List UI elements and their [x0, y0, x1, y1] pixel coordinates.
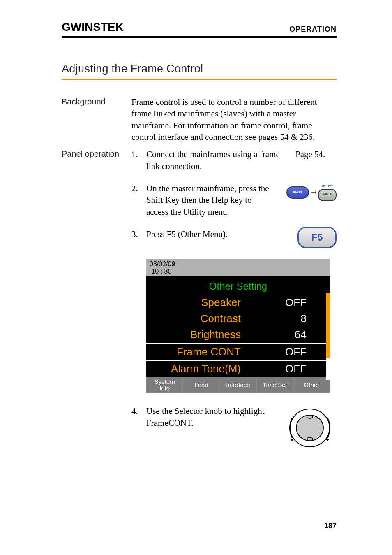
key-link-icon: ⊣: [311, 188, 316, 197]
svg-point-3: [307, 437, 313, 441]
lcd-value: 64: [257, 327, 307, 342]
step-number: 2.: [131, 183, 146, 218]
lcd-value: OFF: [257, 345, 307, 359]
lcd-key: Alarm Tone(M): [146, 362, 257, 376]
page-number: 187: [324, 522, 337, 530]
lcd-screenshot: 03/02/09 10 : 30 Other Setting SpeakerOF…: [146, 259, 330, 393]
lcd-menu-item: Load: [183, 377, 219, 393]
background-text: Frame control is used to control a numbe…: [131, 96, 337, 143]
lcd-key: Speaker: [146, 295, 257, 310]
step-text: Use the Selector knob to highlight Frame…: [146, 405, 275, 451]
header-section: OPERATION: [289, 25, 337, 34]
lcd-value: OFF: [257, 362, 307, 376]
svg-point-1: [296, 415, 323, 441]
shift-key-icon: SHIFT: [286, 186, 309, 199]
lcd-key: Brightness: [146, 327, 257, 342]
step-number: 1.: [131, 149, 146, 172]
lcd-menu-item: Interface: [220, 377, 256, 393]
lcd-value: 8: [257, 311, 307, 326]
help-key-icon: HELP: [318, 189, 337, 201]
lcd-time: 10 : 30: [150, 268, 327, 275]
step-number: 3.: [131, 228, 146, 248]
lcd-menu-item: Time Set: [256, 377, 293, 393]
lcd-key: Contrast: [146, 311, 257, 326]
f5-key-icon: F5: [297, 227, 337, 248]
brand-logo: GWINSTEK: [62, 21, 124, 34]
utility-label: UTILITY: [322, 184, 332, 188]
step-page-ref: Page 54.: [295, 149, 337, 172]
panel-operation-label: Panel operation: [62, 149, 131, 461]
step-text: Press F5 (Other Menu).: [146, 228, 275, 248]
svg-point-2: [307, 415, 313, 418]
lcd-date: 03/02/09: [150, 260, 327, 268]
background-label: Background: [62, 96, 131, 143]
lcd-scrollbar-icon: [326, 293, 330, 380]
step-text: Connect the mainframes using a frame lin…: [146, 149, 295, 172]
step-text: On the master mainframe, press the Shift…: [146, 183, 275, 218]
lcd-menu-item: Other: [293, 377, 330, 393]
lcd-key: Frame CONT: [146, 345, 257, 359]
lcd-value: OFF: [257, 295, 307, 310]
section-title: Adjusting the Frame Control: [62, 63, 337, 80]
lcd-menu-item: System Info: [146, 377, 183, 393]
step-number: 4.: [131, 405, 146, 451]
selector-knob-icon: [283, 405, 337, 451]
lcd-title: Other Setting: [146, 276, 330, 295]
